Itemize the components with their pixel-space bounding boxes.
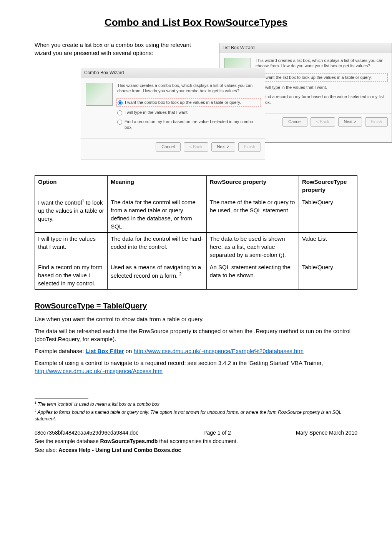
table-header-row: Option Meaning RowSource property RowSou… [35,176,357,196]
wizard-option-find: Find a record on my form based on the va… [256,94,387,106]
radio-type [117,110,122,115]
footnote-2: 2 Applies to forms bound to a named tabl… [35,409,357,422]
wizard-option-lookup: I want the list box to look up the value… [255,73,388,82]
section-heading: RowSourceType = Table/Query [35,300,357,311]
cell-meaning: The data for the control will be hard-co… [108,233,207,261]
finish-button: Finish [365,117,388,126]
radio-find [117,120,122,125]
wizard-title: List Box Wizard [219,43,392,53]
wizard-option-find: Find a record on my form based on the va… [117,119,260,131]
cell-option: I want the control1 to look up the value… [35,196,108,233]
wizard-description: This wizard creates a combo box, which d… [117,83,260,94]
cell-rowsourcetype: Value List [299,233,357,261]
body-paragraph: Use when you want the control to show da… [35,315,357,323]
example-database-line: Example database: List Box Filter on htt… [35,347,357,355]
access-url[interactable]: http://www.cse.dmu.ac.uk/~mcspence/Acces… [35,368,163,374]
th-rowsourcetype: RowSourceType property [299,176,357,196]
body-paragraph: The data will be refreshed each time the… [35,327,357,343]
th-meaning: Meaning [108,176,207,196]
table-row: I will type in the values that I want. T… [35,233,357,261]
list-box-filter-link[interactable]: List Box Filter [86,348,124,354]
back-button: < Back [184,142,208,151]
page-title: Combo and List Box RowSourceTypes [35,15,357,29]
th-rowsource: RowSource property [206,176,299,196]
footer-line: c8ec7358bfa4842eaa4529d96eda9844.doc Pag… [35,429,357,437]
table-row: Find a record on my form based on the va… [35,261,357,290]
example-databases-url[interactable]: http://www.cse.dmu.ac.uk/~mcspence/Examp… [134,348,304,354]
wizard-option-lookup: I want the combo box to look up the valu… [116,98,261,107]
footer-author: Mary Spence March 2010 [296,429,357,437]
next-button: Next > [338,117,362,126]
intro-text: When you create a list box or a combo bo… [35,41,204,57]
cancel-button: Cancel [156,142,180,151]
wizard-option-type: I will type in the values that I want. [256,85,387,90]
footer-page: Page 1 of 2 [203,429,231,437]
cancel-button: Cancel [282,117,307,126]
cell-rowsource: An SQL statement selecting the data to b… [206,261,299,290]
intro-section: When you create a list box or a combo bo… [35,41,357,168]
wizard-option-label: Find a record on my form based on the va… [125,119,260,131]
cell-option: Find a record on my form based on the va… [35,261,108,290]
radio-lookup [118,100,123,105]
cell-rowsource: The data to be used is shown here, as a … [206,233,299,261]
back-button: < Back [311,117,335,126]
cell-meaning: The data for the control will come from … [108,196,207,233]
wizard-option-label: I will type in the values that I want. [263,85,327,90]
next-button: Next > [211,142,235,151]
footnote-1: 1 The term 'control' is used to mean a l… [35,401,357,408]
wizard-icon [86,83,113,106]
cell-rowsourcetype: Table/Query [299,261,357,290]
footer-filename: c8ec7358bfa4842eaa4529d96eda9844.doc [35,429,138,437]
options-table: Option Meaning RowSource property RowSou… [35,175,357,290]
finish-button: Finish [238,142,261,151]
wizard-option-label: I want the list box to look up the value… [263,75,372,80]
cell-rowsource: The name of the table or query to be use… [206,196,299,233]
footnote-separator [35,398,88,398]
th-option: Option [35,176,108,196]
wizard-option-label: Find a record on my form based on the va… [263,94,387,106]
table-row: I want the control1 to look up the value… [35,196,357,233]
wizard-title: Combo Box Wizard [81,68,265,78]
wizard-option-label: I want the combo box to look up the valu… [125,100,241,105]
footer-note: See the example database RowSourceTypes.… [35,438,357,445]
cell-rowsourcetype: Table/Query [299,196,357,233]
wizard-option-label: I will type in the values that I want. [125,110,189,115]
footer-note: See also: Access Help - Using List and C… [35,447,357,454]
body-paragraph: Example of using a control to navigate t… [35,359,357,375]
cell-option: I will type in the values that I want. [35,233,108,261]
combo-box-wizard-screenshot: Combo Box Wizard This wizard creates a c… [81,68,265,160]
wizard-option-type: I will type in the values that I want. [117,110,260,115]
cell-meaning: Used as a means of navigating to a selec… [108,261,207,290]
wizard-description: This wizard creates a list box, which di… [256,58,387,69]
